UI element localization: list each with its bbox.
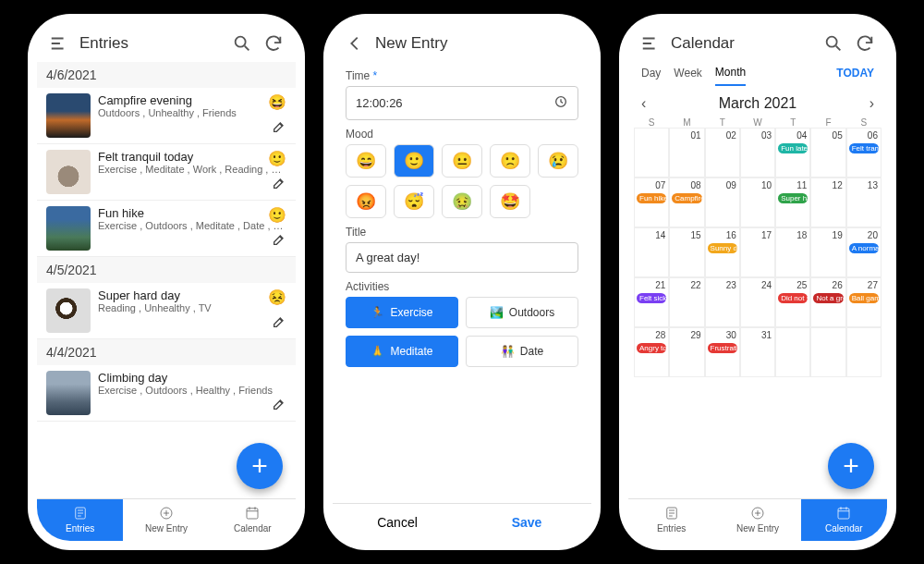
view-tab-week[interactable]: Week — [674, 67, 701, 85]
calendar-cell[interactable]: 31 — [740, 327, 775, 377]
calendar-cell[interactable]: 08Campfire — [669, 178, 704, 227]
calendar-cell[interactable]: 17 — [740, 227, 775, 277]
mood-option[interactable]: 🙂 — [394, 144, 434, 178]
entry-row[interactable]: Fun hikeExercise , Outdoors , Meditate ,… — [37, 201, 296, 257]
event-pill[interactable]: Did not s — [778, 293, 808, 303]
mood-option[interactable]: 🙁 — [490, 144, 530, 178]
event-pill[interactable]: Sunny da — [708, 243, 737, 253]
calendar-cell[interactable]: 01 — [669, 128, 704, 178]
calendar-cell[interactable]: 26Not a gre — [810, 277, 845, 327]
calendar-cell[interactable]: 14 — [634, 227, 669, 277]
next-month[interactable]: › — [869, 95, 874, 112]
calendar-cell[interactable]: 06Felt tranq — [846, 128, 881, 178]
activity-option[interactable]: 👫Date — [466, 336, 578, 367]
calendar-cell[interactable]: 23 — [705, 277, 740, 327]
calendar-cell[interactable]: 18 — [775, 227, 810, 277]
calendar-cell[interactable]: 21Felt sick — [634, 277, 669, 327]
calendar-cell[interactable]: 03 — [740, 128, 775, 178]
tab-calendar[interactable]: Calendar — [210, 499, 296, 541]
calendar-cell[interactable]: 28Angry tod — [634, 327, 669, 377]
day-number: 25 — [779, 280, 807, 290]
calendar-cell[interactable]: 19 — [810, 227, 845, 277]
day-number: 11 — [779, 180, 807, 190]
event-pill[interactable]: Angry tod — [637, 343, 666, 353]
calendar-cell[interactable]: 09 — [705, 178, 740, 227]
menu-icon[interactable] — [639, 32, 662, 55]
search-icon[interactable] — [822, 32, 845, 55]
activity-option[interactable]: 🏃Exercise — [346, 297, 458, 328]
edit-icon[interactable] — [272, 232, 286, 251]
calendar-cell[interactable]: 05 — [810, 128, 845, 178]
save-button[interactable]: Save — [462, 504, 591, 541]
calendar-cell[interactable]: 24 — [740, 277, 775, 327]
calendar-cell[interactable]: 11Super ha — [775, 178, 810, 227]
time-input[interactable]: 12:00:26 — [346, 86, 578, 120]
calendar-cell[interactable]: 07Fun hike — [634, 178, 669, 227]
event-pill[interactable]: Fun late n — [778, 143, 808, 153]
event-pill[interactable]: Frustratin — [708, 343, 737, 353]
edit-icon[interactable] — [272, 119, 286, 138]
activity-option[interactable]: 🏞️Outdoors — [466, 297, 578, 328]
calendar-cell[interactable] — [846, 327, 881, 377]
event-pill[interactable]: Fun hike — [637, 193, 666, 203]
cancel-button[interactable]: Cancel — [333, 504, 462, 541]
tab-calendar[interactable]: Calendar — [801, 499, 887, 541]
calendar-cell[interactable]: 20A normal — [846, 227, 881, 277]
entry-mood: 🙂 — [268, 206, 286, 224]
view-tab-day[interactable]: Day — [641, 67, 661, 85]
entry-row[interactable]: Super hard dayReading , Unhealthy , TV😣 — [37, 283, 296, 339]
calendar-cell[interactable]: 30Frustratin — [705, 327, 740, 377]
view-tab-month[interactable]: Month — [715, 66, 746, 86]
edit-icon[interactable] — [272, 397, 286, 415]
calendar-cell[interactable] — [634, 128, 669, 178]
today-button[interactable]: TODAY — [836, 67, 874, 85]
menu-icon[interactable] — [48, 32, 70, 55]
calendar-cell[interactable]: 04Fun late n — [775, 128, 810, 178]
fab-add[interactable]: + — [828, 443, 874, 489]
entry-row[interactable]: Campfire eveningOutdoors , Unhealthy , F… — [37, 88, 296, 144]
calendar-cell[interactable]: 22 — [669, 277, 704, 327]
tab-entries[interactable]: Entries — [628, 499, 714, 541]
mood-option[interactable]: 🤩 — [490, 185, 530, 218]
calendar-cell[interactable]: 10 — [740, 178, 775, 227]
event-pill[interactable]: Felt sick — [637, 293, 666, 303]
mood-option[interactable]: 😡 — [346, 185, 386, 218]
calendar-cell[interactable]: 02 — [705, 128, 740, 178]
event-pill[interactable]: Campfire — [672, 193, 701, 203]
mood-option[interactable]: 😢 — [538, 144, 578, 178]
event-pill[interactable]: Ball gam — [849, 293, 879, 303]
calendar-cell[interactable] — [775, 327, 810, 377]
title-input[interactable]: A great day! — [346, 242, 578, 273]
event-pill[interactable]: Not a gre — [813, 293, 843, 303]
calendar-cell[interactable]: 13 — [846, 178, 881, 227]
calendar-cell[interactable] — [810, 327, 845, 377]
calendar-cell[interactable]: 12 — [810, 178, 845, 227]
calendar-cell[interactable]: 25Did not s — [775, 277, 810, 327]
fab-add[interactable]: + — [237, 443, 283, 489]
day-number: 08 — [673, 180, 700, 190]
event-pill[interactable]: Super ha — [778, 193, 808, 203]
event-pill[interactable]: Felt tranq — [849, 143, 879, 153]
edit-icon[interactable] — [272, 314, 286, 333]
event-pill[interactable]: A normal — [849, 243, 879, 253]
search-icon[interactable] — [231, 32, 253, 55]
tab-new-entry[interactable]: New Entry — [714, 499, 800, 541]
mood-option[interactable]: 😄 — [346, 144, 386, 178]
entry-row[interactable]: Felt tranquil todayExercise , Meditate ,… — [37, 144, 296, 201]
calendar-cell[interactable]: 15 — [669, 227, 704, 277]
activity-option[interactable]: 🙏Meditate — [346, 336, 458, 367]
entry-row[interactable]: Climbing dayExercise , Outdoors , Health… — [37, 365, 296, 422]
calendar-cell[interactable]: 29 — [669, 327, 704, 377]
calendar-cell[interactable]: 16Sunny da — [705, 227, 740, 277]
tab-new-entry[interactable]: New Entry — [123, 499, 209, 541]
mood-option[interactable]: 😴 — [394, 185, 434, 218]
calendar-cell[interactable]: 27Ball gam — [846, 277, 881, 327]
back-icon[interactable] — [344, 32, 366, 55]
edit-icon[interactable] — [272, 176, 286, 194]
prev-month[interactable]: ‹ — [641, 95, 646, 112]
tab-entries[interactable]: Entries — [37, 499, 123, 541]
mood-option[interactable]: 🤢 — [442, 185, 482, 218]
mood-option[interactable]: 😐 — [442, 144, 482, 178]
refresh-icon[interactable] — [262, 32, 285, 55]
refresh-icon[interactable] — [854, 32, 876, 55]
